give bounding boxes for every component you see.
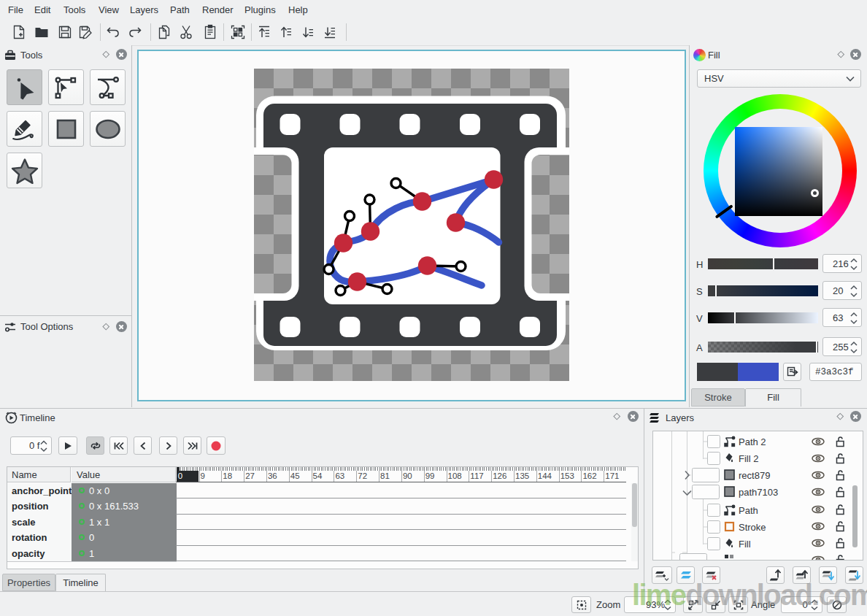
svg-text:Fill 2: Fill 2: [739, 453, 758, 464]
svg-text:Fill: Fill: [739, 539, 751, 550]
svg-text:Path 2: Path 2: [739, 436, 766, 447]
svg-text:Stroke: Stroke: [739, 522, 766, 533]
svg-text:path7103: path7103: [739, 487, 778, 498]
svg-text:Path: Path: [739, 505, 758, 516]
svg-text:rect879: rect879: [739, 470, 770, 481]
